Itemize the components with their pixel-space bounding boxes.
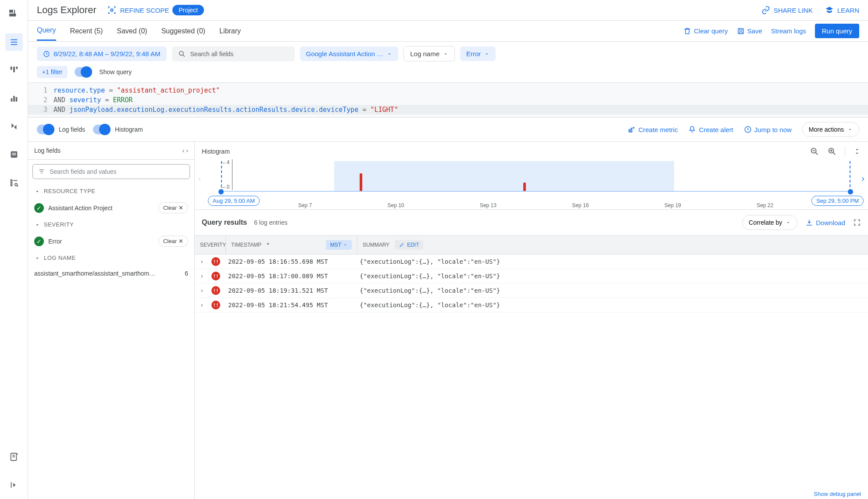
col-timestamp[interactable]: TIMESTAMP MST <box>225 236 357 254</box>
svg-rect-10 <box>13 96 15 102</box>
show-query-toggle[interactable] <box>75 67 92 77</box>
log-row[interactable]: › !! 2022-09-05 18:21:54.495 MST {"execu… <box>195 298 868 312</box>
selection-region[interactable] <box>334 161 674 192</box>
filter-icon <box>38 168 45 175</box>
panel-resize-icon[interactable]: ‹ › <box>182 147 188 154</box>
log-fields-toggle[interactable] <box>37 125 54 134</box>
timezone-select[interactable]: MST <box>326 240 352 250</box>
query-editor[interactable]: 1resource.type = "assistant_action_proje… <box>28 83 868 117</box>
zoom-in-icon[interactable] <box>827 147 837 156</box>
histogram-chart[interactable]: ‹ › 40 Aug 29, 5:00 AM Sep 29, 5:00 PM <box>195 161 868 209</box>
nav-router-icon[interactable] <box>5 118 23 135</box>
query-tabs: Query Recent (5) Saved (0) Suggested (0)… <box>28 21 868 42</box>
field-severity-item[interactable]: ✓ Error Clear ✕ <box>28 232 194 250</box>
scroll-right-icon[interactable]: › <box>861 173 864 183</box>
create-metric-button[interactable]: Create metric <box>628 126 678 133</box>
nav-notes-icon[interactable] <box>5 448 23 466</box>
range-start-chip[interactable]: Aug 29, 5:00 AM <box>208 196 260 206</box>
nav-metrics-icon[interactable] <box>5 90 23 107</box>
nav-logs-icon[interactable] <box>5 33 23 51</box>
save-icon <box>737 27 745 35</box>
range-start-handle[interactable] <box>218 189 224 194</box>
refine-scope-button[interactable]: REFINE SCOPE Project <box>107 5 204 15</box>
nav-storage-icon[interactable] <box>5 146 23 163</box>
save-query-button[interactable]: Save <box>737 27 762 35</box>
chevron-up-icon <box>34 222 40 228</box>
nav-dashboard-icon[interactable] <box>5 61 23 79</box>
stream-logs-button[interactable]: Stream logs <box>771 27 806 35</box>
x-axis: . Sep 7 Sep 10 Sep 13 Sep 16 Sep 19 Sep … <box>221 192 850 208</box>
svg-rect-14 <box>12 154 16 155</box>
tab-suggested[interactable]: Suggested (0) <box>161 22 206 40</box>
nav-analytics-icon[interactable] <box>5 174 23 191</box>
svg-rect-24 <box>11 482 11 488</box>
tab-query[interactable]: Query <box>37 21 56 41</box>
trash-icon <box>683 27 691 35</box>
nav-expand-icon[interactable] <box>5 476 23 494</box>
field-log-name-item[interactable]: assistant_smarthome/assistant_smarthom… … <box>28 266 194 281</box>
edit-summary-button[interactable]: EDIT <box>395 240 423 250</box>
scope-project-chip[interactable]: Project <box>172 5 204 15</box>
severity-select[interactable]: Error <box>460 47 496 61</box>
histogram-bar <box>523 183 526 192</box>
log-name-select[interactable]: Log name <box>404 46 455 61</box>
baseline <box>221 191 850 192</box>
correlate-by-select[interactable]: Correlate by <box>742 215 797 230</box>
log-row[interactable]: › !! 2022-09-05 18:19:31.521 MST {"execu… <box>195 284 868 298</box>
run-query-button[interactable]: Run query <box>815 24 859 38</box>
clear-resource-type[interactable]: Clear ✕ <box>158 202 188 213</box>
filter-bar: 8/29/22, 8:48 AM – 9/29/22, 9:48 AM Sear… <box>28 42 868 66</box>
expand-icon[interactable]: › <box>200 273 211 280</box>
clock-icon <box>744 126 752 133</box>
range-end-line[interactable] <box>850 161 850 192</box>
download-button[interactable]: Download <box>805 219 845 226</box>
tab-library[interactable]: Library <box>219 22 241 40</box>
zoom-out-icon[interactable] <box>810 147 819 156</box>
expand-icon[interactable]: › <box>200 258 211 265</box>
tab-saved[interactable]: Saved (0) <box>117 22 147 40</box>
range-end-handle[interactable] <box>848 189 853 194</box>
tab-recent[interactable]: Recent (5) <box>70 22 103 40</box>
scroll-left-icon[interactable]: ‹ <box>198 173 201 183</box>
expand-icon[interactable]: › <box>200 302 211 309</box>
range-start-line[interactable] <box>221 161 222 192</box>
svg-line-34 <box>816 153 818 155</box>
sort-icon[interactable] <box>853 147 861 155</box>
header: Logs Explorer REFINE SCOPE Project SHARE… <box>28 0 868 21</box>
sort-asc-icon <box>265 242 271 248</box>
search-all-fields[interactable]: Search all fields <box>172 47 295 61</box>
svg-point-25 <box>111 9 113 11</box>
col-summary: SUMMARY EDIT <box>357 236 868 254</box>
more-actions-button[interactable]: More actions <box>802 122 859 137</box>
page-title: Logs Explorer <box>37 4 96 16</box>
expand-icon[interactable]: › <box>200 287 211 294</box>
field-resource-type-item[interactable]: ✓ Assistant Action Project Clear ✕ <box>28 199 194 217</box>
more-filters-chip[interactable]: +1 filter <box>37 66 68 78</box>
histogram-toggle[interactable] <box>93 125 111 134</box>
log-fields-search[interactable]: Search fields and values <box>32 164 190 179</box>
section-resource-type[interactable]: RESOURCE TYPE <box>28 183 194 199</box>
log-row[interactable]: › !! 2022-09-05 18:16:55.698 MST {"execu… <box>195 255 868 269</box>
svg-rect-17 <box>11 185 12 186</box>
log-row[interactable]: › !! 2022-09-05 18:17:00.089 MST {"execu… <box>195 269 868 284</box>
clear-query-button[interactable]: Clear query <box>683 27 728 35</box>
svg-rect-13 <box>12 153 16 154</box>
jump-to-now-button[interactable]: Jump to now <box>744 126 792 133</box>
svg-line-37 <box>833 153 836 155</box>
section-log-name[interactable]: LOG NAME <box>28 250 194 266</box>
range-end-chip[interactable]: Sep 29, 5:00 PM <box>811 196 864 206</box>
create-alert-button[interactable]: Create alert <box>688 126 733 133</box>
severity-error-icon: !! <box>211 286 220 295</box>
col-severity[interactable]: SEVERITY <box>195 237 225 252</box>
clear-severity[interactable]: Clear ✕ <box>158 236 188 247</box>
nav-rail <box>0 0 28 499</box>
fullscreen-icon[interactable] <box>853 219 861 226</box>
resource-select[interactable]: Google Assistant Action … <box>300 47 399 61</box>
download-icon <box>805 219 813 226</box>
time-range-chip[interactable]: 8/29/22, 8:48 AM – 9/29/22, 9:48 AM <box>37 47 167 61</box>
section-severity[interactable]: SEVERITY <box>28 217 194 232</box>
learn-button[interactable]: LEARN <box>825 6 859 14</box>
share-link-button[interactable]: SHARE LINK <box>761 6 813 14</box>
product-logo-icon[interactable] <box>5 5 23 23</box>
show-debug-panel-link[interactable]: Show debug panel <box>814 491 861 497</box>
